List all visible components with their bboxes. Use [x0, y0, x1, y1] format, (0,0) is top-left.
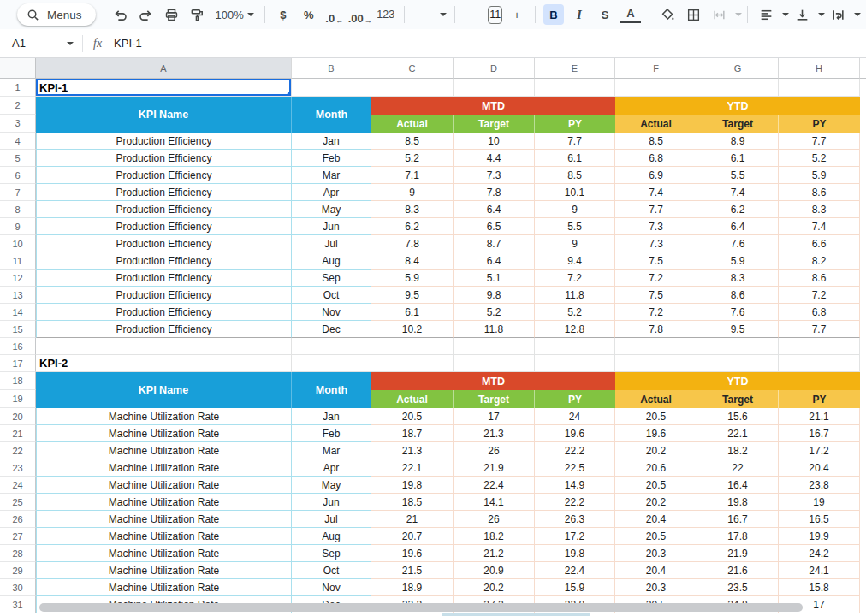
ytd-actual-cell[interactable]: 7.2 [615, 304, 697, 321]
empty-cell[interactable] [697, 355, 779, 372]
mtd-target-cell[interactable]: 7.3 [454, 167, 535, 184]
row-number[interactable]: 2 [0, 97, 36, 115]
ytd-py-cell[interactable]: 8.6 [779, 270, 860, 287]
ytd-actual-cell[interactable]: 7.3 [615, 235, 697, 252]
empty-cell[interactable] [454, 79, 535, 97]
empty-cell[interactable] [615, 338, 697, 355]
empty-cell[interactable] [454, 355, 535, 372]
mtd-target-cell[interactable]: 9.8 [454, 287, 535, 304]
row-number[interactable]: 1 [0, 79, 36, 97]
ytd-actual-header-cell[interactable]: Actual [615, 115, 697, 133]
ytd-actual-cell[interactable]: 20.6 [615, 459, 697, 477]
row-number[interactable]: 30 [0, 579, 36, 596]
mtd-py-cell[interactable]: 7.7 [535, 133, 615, 150]
month-cell[interactable]: Sep [292, 270, 371, 287]
row-number[interactable]: 27 [0, 528, 36, 545]
mtd-py-cell[interactable]: 22.2 [535, 494, 615, 511]
month-cell[interactable]: May [292, 201, 371, 218]
ytd-py-cell[interactable]: 6.8 [779, 304, 860, 321]
empty-cell[interactable] [697, 338, 779, 355]
ytd-target-cell[interactable]: 16.7 [697, 511, 779, 528]
mtd-py-cell[interactable]: 9.4 [535, 252, 615, 270]
mtd-py-cell[interactable]: 17.2 [535, 528, 615, 545]
mtd-actual-cell[interactable]: 18.5 [371, 494, 454, 511]
row-number[interactable]: 4 [0, 133, 36, 150]
mtd-actual-cell[interactable]: 8.4 [371, 252, 454, 270]
zoom-selector[interactable]: 100% [216, 9, 254, 21]
row-number[interactable]: 15 [0, 321, 36, 338]
row-number[interactable]: 3 [0, 115, 36, 133]
ytd-actual-cell[interactable]: 7.5 [615, 252, 697, 270]
mtd-py-cell[interactable]: 11.8 [535, 287, 615, 304]
ytd-target-cell[interactable]: 18.2 [697, 442, 779, 459]
empty-cell[interactable] [779, 79, 860, 97]
ytd-target-cell[interactable]: 17.8 [697, 528, 779, 545]
mtd-py-cell[interactable]: 14.9 [535, 477, 615, 494]
row-number[interactable]: 8 [0, 201, 36, 218]
month-cell[interactable]: Nov [292, 304, 371, 321]
ytd-py-header-cell[interactable]: PY [779, 115, 860, 133]
kpi-name-cell[interactable]: Machine Utilization Rate [36, 477, 292, 494]
empty-cell[interactable] [779, 355, 860, 372]
mtd-target-cell[interactable]: 11.8 [454, 321, 535, 338]
mtd-actual-cell[interactable]: 21 [371, 511, 454, 528]
row-number[interactable]: 31 [0, 596, 36, 613]
mtd-target-cell[interactable]: 5.1 [454, 270, 535, 287]
mtd-actual-cell[interactable]: 8.5 [371, 133, 454, 150]
ytd-py-cell[interactable]: 19.9 [779, 528, 860, 545]
mtd-py-cell[interactable]: 26.3 [535, 511, 615, 528]
mtd-actual-cell[interactable]: 9.5 [371, 287, 454, 304]
mtd-target-cell[interactable]: 6.4 [454, 201, 535, 218]
chevron-down-icon[interactable] [818, 13, 825, 16]
text-color-button[interactable]: A [620, 6, 641, 23]
mtd-target-cell[interactable]: 22.4 [454, 477, 535, 494]
kpi-name-cell[interactable]: Machine Utilization Rate [36, 528, 292, 545]
month-header-cell[interactable]: Month [292, 97, 371, 133]
ytd-actual-cell[interactable]: 20.2 [615, 494, 697, 511]
redo-button[interactable] [136, 4, 157, 25]
ytd-target-cell[interactable]: 16.4 [697, 477, 779, 494]
row-number[interactable]: 21 [0, 425, 36, 442]
ytd-target-cell[interactable]: 19.8 [697, 494, 779, 511]
row-number[interactable]: 17 [0, 355, 36, 372]
chevron-down-icon[interactable] [854, 13, 861, 16]
ytd-target-cell[interactable]: 7.4 [697, 184, 779, 201]
ytd-banner-cell[interactable]: YTD [615, 372, 860, 390]
empty-cell[interactable] [454, 338, 535, 355]
mtd-actual-cell[interactable]: 8.3 [371, 201, 454, 218]
ytd-py-cell[interactable]: 20.4 [779, 459, 860, 477]
kpi-name-cell[interactable]: Production Efficiency [36, 184, 292, 201]
format-currency-button[interactable]: $ [273, 4, 294, 25]
horizontal-scrollbar[interactable] [39, 603, 803, 612]
mtd-actual-cell[interactable]: 6.2 [371, 218, 454, 235]
row-number[interactable]: 28 [0, 545, 36, 562]
row-number[interactable]: 5 [0, 150, 36, 167]
month-cell[interactable]: Sep [292, 545, 371, 562]
row-number[interactable]: 24 [0, 477, 36, 494]
ytd-actual-cell[interactable]: 20.3 [615, 545, 697, 562]
font-family-dropdown[interactable] [412, 4, 448, 25]
mtd-actual-cell[interactable]: 18.9 [371, 579, 454, 596]
mtd-actual-cell[interactable]: 19.6 [371, 545, 454, 562]
ytd-target-cell[interactable]: 5.9 [697, 252, 779, 270]
mtd-py-cell[interactable]: 19.6 [535, 425, 615, 442]
ytd-py-cell[interactable]: 21.1 [779, 408, 860, 425]
empty-cell[interactable] [292, 355, 371, 372]
month-cell[interactable]: Apr [292, 184, 371, 201]
month-cell[interactable]: Aug [292, 528, 371, 545]
kpi-name-cell[interactable]: Production Efficiency [36, 133, 292, 150]
month-cell[interactable]: Jun [292, 494, 371, 511]
empty-cell[interactable] [36, 338, 292, 355]
ytd-target-cell[interactable]: 6.2 [697, 201, 779, 218]
month-cell[interactable]: May [292, 477, 371, 494]
empty-cell[interactable] [535, 355, 615, 372]
mtd-py-cell[interactable]: 22.2 [535, 442, 615, 459]
empty-cell[interactable] [371, 355, 454, 372]
mtd-actual-cell[interactable]: 21.3 [371, 442, 454, 459]
kpi-name-cell[interactable]: Machine Utilization Rate [36, 408, 292, 425]
row-number[interactable]: 26 [0, 511, 36, 528]
font-size-input[interactable]: 11 [488, 6, 502, 24]
row-number[interactable]: 19 [0, 390, 36, 408]
kpi-name-cell[interactable]: Machine Utilization Rate [36, 459, 292, 477]
mtd-target-cell[interactable]: 17 [454, 408, 535, 425]
